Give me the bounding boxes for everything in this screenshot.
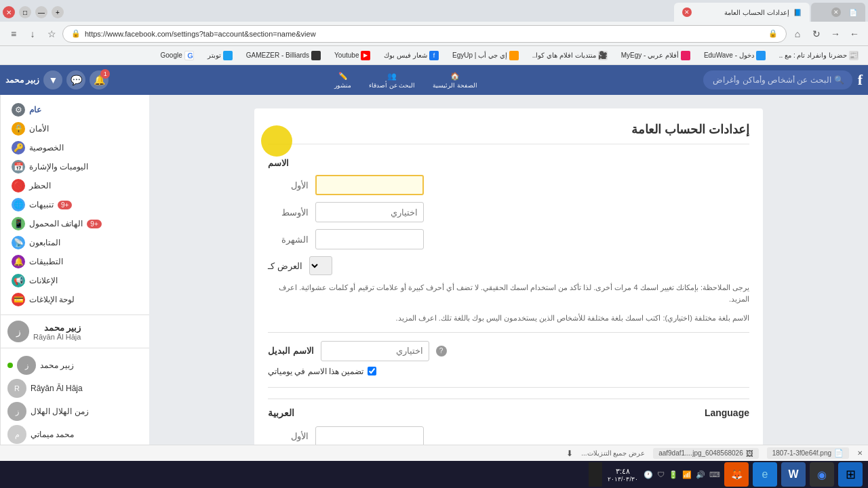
sidebar-item-blocking[interactable]: الحظر 🚫 [7, 176, 142, 195]
status-file-1-name: 1807-1-3f0e64f.png [772, 449, 831, 457]
bookmark-news[interactable]: 📰 حضرنا وانفراد تام : مع .. [775, 49, 863, 62]
sidebar-item-mobile-label: الهاتف المحمول [29, 219, 83, 228]
fb-notifications-btn[interactable]: 🔔 1 [90, 70, 108, 89]
friend-item-2[interactable]: Rāyān Āl Hāja R [7, 377, 142, 400]
bookmark-myegy-label: أفلام عربي - MyEgy [621, 52, 679, 59]
taskbar-battery-icon: 🔋 [669, 470, 678, 479]
fb-search-container: 🔍 [703, 70, 852, 89]
sidebar-item-privacy[interactable]: الخصوصية 🔑 [7, 138, 142, 157]
home-btn[interactable]: ⌂ [789, 26, 806, 42]
forward-btn[interactable]: → [827, 26, 844, 42]
friend-avatar-3: ز [7, 402, 26, 421]
sidebar-item-timeline[interactable]: اليومبات والإشارة 📅 [7, 157, 142, 176]
first-name-row: الأول [268, 175, 749, 195]
browser-tab-inactive[interactable]: 📄 ✕ [811, 3, 865, 22]
tab-close-btn[interactable]: ✕ [831, 7, 841, 17]
sidebar-item-followers[interactable]: المتابعون 📡 [7, 233, 142, 252]
sidebar-mobile-icon: 📱 [12, 217, 25, 230]
bookmark-fb[interactable]: f شعار فيس بوك [380, 49, 443, 62]
address-bar-container: 🔒 🔒 [62, 25, 787, 43]
friend-item-1[interactable]: زبير محمد ز [7, 354, 142, 377]
address-input[interactable] [85, 30, 764, 38]
menu-btn[interactable]: ≡ [5, 26, 22, 42]
alt-name-help-icon[interactable]: ? [436, 346, 447, 357]
bookmark-eduwave[interactable]: دخول - EduWave [700, 49, 770, 62]
fb-messages-btn[interactable]: 💬 [66, 70, 85, 89]
sidebar-followers-icon: 📡 [12, 236, 25, 249]
sidebar-ads-icon: 📢 [12, 274, 25, 287]
sidebar-item-alerts[interactable]: +9 تنبيهات 🌐 [7, 195, 142, 214]
bookmark-google-favicon: G [184, 51, 194, 60]
profile-name: زبير محمد [33, 323, 81, 333]
middle-name-input[interactable] [315, 202, 424, 222]
taskbar-ie-btn[interactable]: e [753, 462, 777, 487]
sidebar-item-notifications[interactable]: التطبيقات 🔔 [7, 252, 142, 271]
refresh-btn[interactable]: ↻ [808, 26, 825, 42]
taskbar-chrome-btn[interactable]: ◉ [810, 462, 834, 487]
fb-post-btn[interactable]: ✏️ منشور [328, 69, 358, 92]
lang-first-name-input[interactable] [315, 426, 424, 447]
bookmark-egyup[interactable]: إي جي أب | EgyUp [448, 49, 523, 62]
display-as-select[interactable] [309, 256, 332, 275]
bookmark-gamezer[interactable]: GAMEZER - Billiards [242, 49, 325, 62]
bookmark-egyup-label: إي جي أب | EgyUp [452, 52, 507, 59]
bookmark-forums[interactable]: 🎥 منتديات افلام هاي كوا.. [528, 49, 612, 62]
friend-item-3[interactable]: زمن الهلال الهلال ز [7, 400, 142, 423]
fb-friends-btn[interactable]: 👥 البحث عن أصدقاء [362, 69, 422, 92]
tab-active-close-btn[interactable]: ✕ [682, 7, 692, 17]
taskbar-system-icons: ⌨ 🔊 📶 🔋 🛡 🕐 [644, 470, 720, 479]
bookmark-google[interactable]: G Google [157, 49, 198, 62]
bookmark-myegy[interactable]: أفلام عربي - MyEgy [617, 49, 694, 62]
fb-home-btn[interactable]: 🏠 الصفحة الرئيسية [426, 69, 484, 92]
maximize-btn[interactable]: □ [19, 6, 31, 18]
bookmark-youtube[interactable]: ▶ Youtube [330, 49, 374, 62]
taskbar-firefox-btn[interactable]: 🦊 [724, 462, 749, 487]
include-timeline-checkbox[interactable] [368, 367, 376, 375]
bookmark-btn[interactable]: ☆ [43, 26, 60, 42]
last-name-input[interactable] [315, 229, 424, 249]
show-all-label[interactable]: عرض جميع التنزيلات... [581, 449, 645, 457]
alt-name-input[interactable] [321, 341, 429, 361]
close-window-btn[interactable]: ✕ [3, 6, 15, 18]
sidebar-item-mobile[interactable]: +9 الهاتف المحمول 📱 [7, 214, 142, 233]
first-name-input[interactable] [315, 175, 424, 195]
bookmark-twitter[interactable]: توبتر [203, 49, 237, 62]
display-as-row: العرض كـ [268, 256, 749, 275]
sidebar-profile[interactable]: زبير محمد Rāyān Āl Hāja ز [1, 315, 149, 348]
sidebar-item-payments[interactable]: لوحة الإبلاغات 💳 [7, 290, 142, 309]
fb-home-label: الصفحة الرئيسية [433, 82, 477, 89]
status-file-2-icon: 🖼 [746, 449, 753, 458]
bookmark-youtube-favicon: ▶ [361, 51, 370, 60]
friend-avatar-2: R [7, 379, 26, 398]
status-file-2[interactable]: 🖼 6048568026_aaf9daf1....jpg [653, 448, 759, 459]
taskbar-time: ٣:٤٨ [608, 467, 638, 476]
name-section-label: الاسم [268, 158, 289, 168]
fb-messages-icon: 💬 [71, 75, 82, 85]
sidebar-item-security-label: الأمان [29, 124, 49, 134]
taskbar-show-desktop-btn[interactable] [589, 462, 602, 487]
friend-item-4[interactable]: محمد ميماتي م [7, 423, 142, 446]
sidebar-item-general[interactable]: عام ⚙ [7, 100, 142, 119]
last-name-row: الشهرة [268, 229, 749, 249]
sidebar-item-security[interactable]: الأمان 🔒 [7, 119, 142, 138]
fb-friends-icon: 👥 [387, 72, 397, 81]
download-btn[interactable]: ↓ [24, 26, 41, 42]
status-file-1[interactable]: 📄 1807-1-3f0e64f.png [767, 447, 849, 459]
back-btn[interactable]: ← [846, 26, 863, 42]
sidebar-menu-section: عام ⚙ الأمان 🔒 الخصوصية 🔑 اليومبات والإش… [1, 95, 149, 315]
friend-avatar-4: م [7, 425, 26, 444]
status-bar-close[interactable]: ✕ [857, 449, 863, 457]
minimize-btn[interactable]: — [35, 6, 47, 18]
fb-search-input[interactable] [711, 75, 831, 85]
new-tab-btn[interactable]: + [52, 6, 64, 18]
download-icon: ⬇ [566, 449, 573, 458]
display-as-label: العرض كـ [268, 261, 302, 271]
taskbar-windows-btn[interactable]: ⊞ [838, 462, 863, 487]
browser-tab-active[interactable]: 📘 إعدادات الحساب العامة ✕ [674, 3, 810, 22]
section-separator-1 [268, 387, 749, 388]
sidebar-item-ads[interactable]: الإعلانات 📢 [7, 271, 142, 290]
fb-username[interactable]: زبير محمد [5, 75, 39, 85]
fb-menu-btn[interactable]: ▼ [43, 70, 62, 89]
taskbar-word-btn[interactable]: W [781, 462, 806, 487]
facebook-logo[interactable]: f [858, 71, 863, 89]
